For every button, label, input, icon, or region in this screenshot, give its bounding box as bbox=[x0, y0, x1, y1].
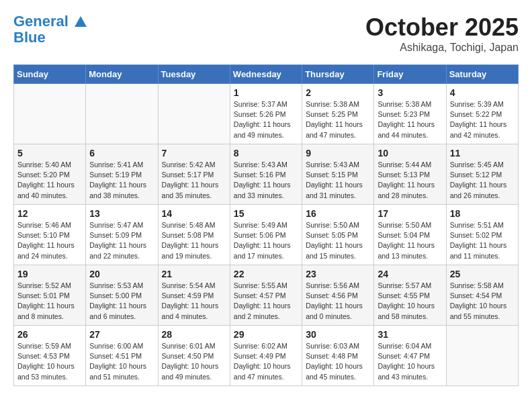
calendar-cell: 27Sunrise: 6:00 AM Sunset: 4:51 PM Dayli… bbox=[86, 326, 158, 386]
svg-marker-0 bbox=[75, 16, 87, 27]
weekday-header-row: SundayMondayTuesdayWednesdayThursdayFrid… bbox=[14, 65, 519, 84]
day-info: Sunrise: 5:43 AM Sunset: 5:16 PM Dayligh… bbox=[234, 160, 298, 201]
day-number: 3 bbox=[378, 87, 442, 98]
calendar-cell: 20Sunrise: 5:53 AM Sunset: 5:00 PM Dayli… bbox=[86, 265, 158, 326]
day-number: 9 bbox=[306, 148, 370, 158]
calendar-cell: 14Sunrise: 5:48 AM Sunset: 5:08 PM Dayli… bbox=[158, 205, 230, 265]
day-info: Sunrise: 5:48 AM Sunset: 5:08 PM Dayligh… bbox=[162, 220, 226, 261]
day-number: 13 bbox=[89, 208, 154, 219]
day-number: 6 bbox=[89, 148, 154, 158]
calendar-cell: 18Sunrise: 5:51 AM Sunset: 5:02 PM Dayli… bbox=[446, 205, 518, 265]
day-info: Sunrise: 5:44 AM Sunset: 5:13 PM Dayligh… bbox=[378, 160, 442, 201]
day-info: Sunrise: 5:50 AM Sunset: 5:05 PM Dayligh… bbox=[306, 220, 370, 261]
day-info: Sunrise: 5:50 AM Sunset: 5:04 PM Dayligh… bbox=[378, 220, 442, 261]
weekday-header: Saturday bbox=[446, 65, 518, 84]
calendar-cell: 24Sunrise: 5:57 AM Sunset: 4:55 PM Dayli… bbox=[374, 265, 446, 326]
calendar-cell: 3Sunrise: 5:38 AM Sunset: 5:23 PM Daylig… bbox=[374, 84, 446, 144]
calendar-cell: 6Sunrise: 5:41 AM Sunset: 5:19 PM Daylig… bbox=[86, 144, 158, 205]
day-number: 1 bbox=[234, 87, 298, 98]
day-number: 10 bbox=[378, 148, 442, 158]
day-number: 25 bbox=[450, 269, 515, 279]
calendar-cell: 22Sunrise: 5:55 AM Sunset: 4:57 PM Dayli… bbox=[230, 265, 302, 326]
calendar-cell: 2Sunrise: 5:38 AM Sunset: 5:25 PM Daylig… bbox=[302, 84, 374, 144]
calendar-cell: 5Sunrise: 5:40 AM Sunset: 5:20 PM Daylig… bbox=[14, 144, 86, 205]
day-info: Sunrise: 5:51 AM Sunset: 5:02 PM Dayligh… bbox=[450, 220, 515, 261]
calendar-cell: 4Sunrise: 5:39 AM Sunset: 5:22 PM Daylig… bbox=[446, 84, 518, 144]
day-number: 31 bbox=[378, 329, 442, 340]
day-info: Sunrise: 5:38 AM Sunset: 5:23 PM Dayligh… bbox=[378, 99, 442, 140]
day-info: Sunrise: 5:58 AM Sunset: 4:54 PM Dayligh… bbox=[450, 281, 515, 322]
weekday-header: Thursday bbox=[302, 65, 374, 84]
calendar-cell: 23Sunrise: 5:56 AM Sunset: 4:56 PM Dayli… bbox=[302, 265, 374, 326]
day-number: 19 bbox=[17, 269, 82, 279]
day-info: Sunrise: 5:40 AM Sunset: 5:20 PM Dayligh… bbox=[17, 160, 82, 201]
day-info: Sunrise: 5:59 AM Sunset: 4:53 PM Dayligh… bbox=[17, 341, 82, 382]
calendar-cell bbox=[446, 326, 518, 386]
day-info: Sunrise: 6:00 AM Sunset: 4:51 PM Dayligh… bbox=[89, 341, 154, 382]
day-info: Sunrise: 5:47 AM Sunset: 5:09 PM Dayligh… bbox=[89, 220, 154, 261]
weekday-header: Sunday bbox=[14, 65, 86, 84]
day-number: 21 bbox=[162, 269, 226, 279]
calendar-week-row: 5Sunrise: 5:40 AM Sunset: 5:20 PM Daylig… bbox=[14, 144, 519, 205]
day-number: 4 bbox=[450, 87, 515, 98]
day-number: 26 bbox=[17, 329, 82, 340]
calendar-cell: 10Sunrise: 5:44 AM Sunset: 5:13 PM Dayli… bbox=[374, 144, 446, 205]
calendar-cell: 28Sunrise: 6:01 AM Sunset: 4:50 PM Dayli… bbox=[158, 326, 230, 386]
calendar-cell: 13Sunrise: 5:47 AM Sunset: 5:09 PM Dayli… bbox=[86, 205, 158, 265]
calendar-week-row: 12Sunrise: 5:46 AM Sunset: 5:10 PM Dayli… bbox=[14, 205, 519, 265]
page-header: General Blue October 2025 Ashikaga, Toch… bbox=[13, 13, 519, 54]
day-info: Sunrise: 5:38 AM Sunset: 5:25 PM Dayligh… bbox=[306, 99, 370, 140]
day-info: Sunrise: 5:49 AM Sunset: 5:06 PM Dayligh… bbox=[234, 220, 298, 261]
calendar-cell bbox=[158, 84, 230, 144]
day-number: 14 bbox=[162, 208, 226, 219]
calendar-cell: 15Sunrise: 5:49 AM Sunset: 5:06 PM Dayli… bbox=[230, 205, 302, 265]
day-info: Sunrise: 5:43 AM Sunset: 5:15 PM Dayligh… bbox=[306, 160, 370, 201]
weekday-header: Friday bbox=[374, 65, 446, 84]
calendar-cell bbox=[14, 84, 86, 144]
day-number: 11 bbox=[450, 148, 515, 158]
day-number: 15 bbox=[234, 208, 298, 219]
weekday-header: Tuesday bbox=[158, 65, 230, 84]
day-number: 30 bbox=[306, 329, 370, 340]
logo-general: General bbox=[13, 13, 69, 30]
weekday-header: Monday bbox=[86, 65, 158, 84]
day-info: Sunrise: 5:55 AM Sunset: 4:57 PM Dayligh… bbox=[234, 281, 298, 322]
month-title: October 2025 bbox=[365, 13, 519, 42]
day-number: 28 bbox=[162, 329, 226, 340]
day-number: 8 bbox=[234, 148, 298, 158]
calendar-cell: 31Sunrise: 6:04 AM Sunset: 4:47 PM Dayli… bbox=[374, 326, 446, 386]
day-info: Sunrise: 5:39 AM Sunset: 5:22 PM Dayligh… bbox=[450, 99, 515, 140]
day-number: 27 bbox=[89, 329, 154, 340]
day-info: Sunrise: 5:42 AM Sunset: 5:17 PM Dayligh… bbox=[162, 160, 226, 201]
calendar-cell: 17Sunrise: 5:50 AM Sunset: 5:04 PM Dayli… bbox=[374, 205, 446, 265]
logo-blue: Blue bbox=[13, 30, 89, 46]
title-block: October 2025 Ashikaga, Tochigi, Japan bbox=[365, 13, 519, 54]
day-number: 5 bbox=[17, 148, 82, 158]
calendar-cell: 9Sunrise: 5:43 AM Sunset: 5:15 PM Daylig… bbox=[302, 144, 374, 205]
day-number: 22 bbox=[234, 269, 298, 279]
day-number: 29 bbox=[234, 329, 298, 340]
logo-text: General bbox=[13, 13, 89, 30]
day-info: Sunrise: 6:03 AM Sunset: 4:48 PM Dayligh… bbox=[306, 341, 370, 382]
calendar-cell bbox=[86, 84, 158, 144]
day-info: Sunrise: 6:04 AM Sunset: 4:47 PM Dayligh… bbox=[378, 341, 442, 382]
calendar-cell: 16Sunrise: 5:50 AM Sunset: 5:05 PM Dayli… bbox=[302, 205, 374, 265]
day-number: 20 bbox=[89, 269, 154, 279]
logo: General Blue bbox=[13, 13, 89, 46]
calendar-cell: 26Sunrise: 5:59 AM Sunset: 4:53 PM Dayli… bbox=[14, 326, 86, 386]
calendar-cell: 29Sunrise: 6:02 AM Sunset: 4:49 PM Dayli… bbox=[230, 326, 302, 386]
day-number: 7 bbox=[162, 148, 226, 158]
calendar-cell: 21Sunrise: 5:54 AM Sunset: 4:59 PM Dayli… bbox=[158, 265, 230, 326]
calendar-week-row: 19Sunrise: 5:52 AM Sunset: 5:01 PM Dayli… bbox=[14, 265, 519, 326]
day-info: Sunrise: 6:02 AM Sunset: 4:49 PM Dayligh… bbox=[234, 341, 298, 382]
calendar-cell: 25Sunrise: 5:58 AM Sunset: 4:54 PM Dayli… bbox=[446, 265, 518, 326]
day-info: Sunrise: 5:41 AM Sunset: 5:19 PM Dayligh… bbox=[89, 160, 154, 201]
day-info: Sunrise: 5:46 AM Sunset: 5:10 PM Dayligh… bbox=[17, 220, 82, 261]
day-info: Sunrise: 5:54 AM Sunset: 4:59 PM Dayligh… bbox=[162, 281, 226, 322]
calendar-week-row: 1Sunrise: 5:37 AM Sunset: 5:26 PM Daylig… bbox=[14, 84, 519, 144]
location: Ashikaga, Tochigi, Japan bbox=[365, 42, 519, 54]
day-info: Sunrise: 5:37 AM Sunset: 5:26 PM Dayligh… bbox=[234, 99, 298, 140]
day-number: 18 bbox=[450, 208, 515, 219]
day-number: 23 bbox=[306, 269, 370, 279]
logo-icon bbox=[73, 15, 88, 30]
